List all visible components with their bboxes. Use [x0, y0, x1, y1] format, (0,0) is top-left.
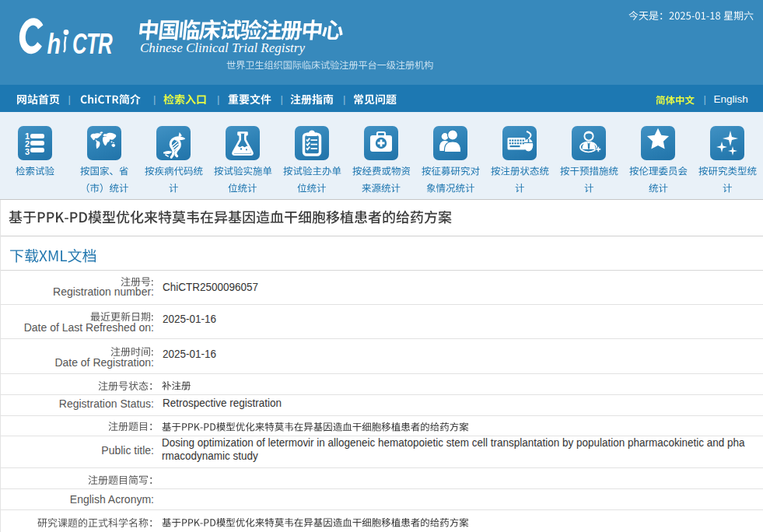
svg-text:Chinese Clinical Trial Registr: Chinese Clinical Trial Registry — [140, 40, 306, 55]
svg-text:3: 3 — [25, 147, 30, 156]
svg-text:CTR: CTR — [72, 27, 113, 60]
svg-text:h: h — [47, 27, 61, 59]
